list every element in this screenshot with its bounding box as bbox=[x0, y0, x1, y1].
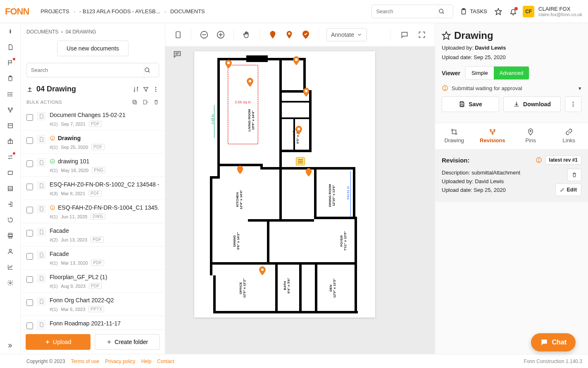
pan-button[interactable] bbox=[241, 29, 252, 40]
logo[interactable]: FONN bbox=[5, 6, 29, 17]
map-pin[interactable] bbox=[305, 168, 312, 177]
document-row[interactable]: ESQ-FAH-Z0-FN-DR-S-1004_C1 1345...#(1)Ju… bbox=[21, 200, 165, 223]
map-pin[interactable] bbox=[225, 60, 232, 69]
create-folder-button[interactable]: Create folder bbox=[95, 334, 160, 350]
rail-user[interactable] bbox=[6, 247, 14, 256]
floor-plan[interactable]: 3.56 sq in 2.03 in 543.61 in LIVING ROOM… bbox=[198, 55, 371, 313]
floating-comment-button[interactable] bbox=[173, 50, 182, 59]
bulk-move[interactable] bbox=[143, 99, 148, 105]
rail-chart[interactable] bbox=[6, 263, 14, 271]
breadcrumb-documents[interactable]: DOCUMENTS bbox=[170, 8, 205, 14]
document-row[interactable]: Fonn Org Chart 2022-Q2#(1)Mar 6, 2023PPT… bbox=[21, 293, 165, 316]
upload-button[interactable]: Upload bbox=[26, 334, 90, 350]
footer-contact[interactable]: Contact bbox=[157, 358, 174, 364]
fit-page-button[interactable] bbox=[173, 29, 183, 40]
row-checkbox[interactable] bbox=[26, 276, 33, 283]
crumb-folder[interactable]: 04 DRAWING bbox=[66, 29, 96, 35]
rail-box[interactable] bbox=[6, 122, 14, 130]
viewer-advanced[interactable]: Advanced bbox=[494, 67, 529, 79]
sidebar-search[interactable] bbox=[26, 63, 159, 77]
pin-check-tool[interactable] bbox=[300, 29, 311, 40]
search-button[interactable] bbox=[438, 5, 453, 18]
map-pin[interactable] bbox=[246, 78, 254, 87]
chat-button[interactable]: Chat bbox=[531, 333, 576, 351]
row-checkbox[interactable] bbox=[26, 207, 33, 213]
approval-alert[interactable]: Submittal waiting for approval ▾ bbox=[442, 85, 581, 91]
rail-table[interactable] bbox=[6, 184, 14, 193]
global-search[interactable] bbox=[371, 5, 453, 18]
notifications-button[interactable] bbox=[509, 8, 517, 15]
bulk-copy[interactable] bbox=[132, 99, 138, 105]
viewer-simple[interactable]: Simple bbox=[466, 67, 494, 79]
rail-settings[interactable] bbox=[6, 279, 14, 287]
footer-terms[interactable]: Terms of use bbox=[71, 358, 100, 364]
viewer-mode-toggle[interactable]: Simple Advanced bbox=[465, 66, 530, 80]
rail-transfer[interactable] bbox=[6, 153, 14, 161]
breadcrumb-project[interactable]: - B123 ARLA FOODS - AYLESB... bbox=[79, 8, 160, 14]
canvas-area[interactable]: 3.56 sq in 2.03 in 543.61 in LIVING ROOM… bbox=[165, 46, 435, 354]
rail-flag[interactable] bbox=[6, 59, 14, 67]
rail-print[interactable] bbox=[6, 232, 14, 240]
row-checkbox[interactable] bbox=[26, 230, 33, 237]
document-row[interactable]: Facade#(1)Mar 13, 2020PDF bbox=[21, 246, 165, 270]
map-pin[interactable] bbox=[295, 126, 302, 135]
map-pin[interactable] bbox=[259, 266, 266, 275]
pin-circle-tool[interactable] bbox=[284, 29, 295, 40]
rail-branch[interactable] bbox=[6, 106, 14, 114]
comments-button[interactable] bbox=[399, 29, 410, 40]
favorite-toggle[interactable] bbox=[442, 31, 451, 40]
more-actions[interactable] bbox=[565, 96, 581, 112]
document-row[interactable]: ESQ-FAH-Z0-FN-DR-S-1002_C2 134548 -...#(… bbox=[21, 177, 165, 200]
tab-revisions[interactable]: Revisions bbox=[474, 123, 512, 149]
document-row[interactable]: drawing 101#(1)May 18, 2020PNG bbox=[21, 154, 165, 177]
rail-clipboard[interactable] bbox=[6, 74, 14, 83]
filter-button[interactable] bbox=[143, 86, 149, 93]
document-row[interactable]: Drawing#(1)Sep 25, 2020PDF bbox=[21, 131, 165, 154]
bulk-delete[interactable] bbox=[153, 99, 159, 105]
rail-info[interactable] bbox=[6, 27, 14, 36]
tab-pins[interactable]: Pins bbox=[512, 123, 550, 149]
tasks-link[interactable]: TASKS bbox=[460, 8, 487, 15]
crumb-documents[interactable]: DOCUMENTS bbox=[26, 29, 58, 35]
map-pin[interactable] bbox=[293, 56, 300, 65]
rail-expand[interactable] bbox=[6, 342, 14, 350]
row-checkbox[interactable] bbox=[26, 323, 33, 329]
rail-login[interactable] bbox=[6, 200, 14, 208]
more-button[interactable] bbox=[152, 86, 159, 93]
rail-list[interactable] bbox=[6, 90, 14, 98]
row-checkbox[interactable] bbox=[26, 160, 33, 167]
row-checkbox[interactable] bbox=[26, 137, 33, 144]
sticky-note[interactable] bbox=[296, 157, 305, 165]
pin-tool[interactable] bbox=[267, 29, 278, 40]
download-button[interactable]: Download bbox=[503, 96, 561, 112]
footer-help[interactable]: Help bbox=[141, 358, 152, 364]
rail-gift[interactable] bbox=[6, 137, 14, 146]
folder-up-icon[interactable] bbox=[26, 86, 33, 93]
document-list[interactable]: Document Changes 15-02-21#(1)Sep 7, 2021… bbox=[21, 108, 165, 330]
row-checkbox[interactable] bbox=[26, 253, 33, 260]
sort-button[interactable] bbox=[133, 86, 139, 93]
footer-privacy[interactable]: Privacy policy bbox=[105, 358, 135, 364]
map-pin[interactable] bbox=[302, 88, 310, 97]
tab-links[interactable]: Links bbox=[550, 123, 588, 149]
document-row[interactable]: Facade#(2)Jun 13, 2023PDF bbox=[21, 223, 165, 246]
rail-card[interactable] bbox=[6, 169, 14, 177]
row-checkbox[interactable] bbox=[26, 114, 33, 121]
sidebar-search-input[interactable] bbox=[27, 63, 144, 77]
use-new-documents-button[interactable]: Use new documents bbox=[57, 41, 129, 56]
zoom-in-button[interactable] bbox=[215, 29, 226, 40]
tab-drawing[interactable]: Drawing bbox=[435, 123, 474, 149]
sidebar-search-button[interactable] bbox=[144, 63, 159, 77]
annotate-dropdown[interactable]: Annotate bbox=[326, 28, 367, 41]
breadcrumb-projects[interactable]: PROJECTS bbox=[40, 8, 69, 14]
search-input[interactable] bbox=[372, 5, 438, 18]
user-menu[interactable]: CF CLAIRE FOX claire.fox@fonn.co.uk bbox=[523, 6, 582, 17]
delete-revision-button[interactable] bbox=[567, 169, 581, 181]
document-row[interactable]: Floorplan_GF_PL2 (1)#(1)Aug 9, 2023PDF bbox=[21, 270, 165, 293]
row-checkbox[interactable] bbox=[26, 299, 33, 306]
document-row[interactable]: Document Changes 15-02-21#(1)Sep 7, 2021… bbox=[21, 108, 165, 131]
document-row[interactable]: Fonn Roadmap 2021-11-17 bbox=[21, 316, 165, 330]
favorite-button[interactable] bbox=[495, 8, 502, 15]
edit-revision-button[interactable]: Edit bbox=[555, 184, 581, 196]
area-annotation[interactable] bbox=[228, 65, 258, 144]
